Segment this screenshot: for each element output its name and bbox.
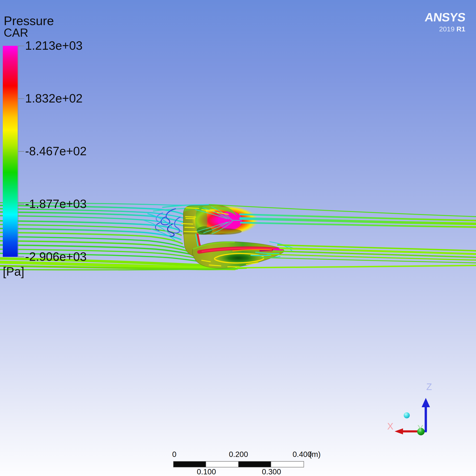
colorbar-tick [18,46,24,46]
colorbar-tick-label: 1.832e+02 [25,92,83,104]
z-axis-label: Z [426,382,432,391]
ruler-label-0400: 0.400 [293,450,312,458]
pressure-colorbar[interactable] [3,46,18,257]
axis-triad[interactable] [395,398,430,435]
ansys-logo-text: ANSYS [424,10,466,24]
x-axis-label: X [387,422,393,431]
colorbar-tick-label: -8.467e+02 [25,145,87,157]
ruler-label-0200: 0.200 [229,450,248,458]
cfd-scene [0,0,476,476]
ruler-unit-label: (m) [309,450,321,458]
legend-title: Pressure [4,14,54,27]
z-axis-arrowhead [422,398,430,407]
x-axis-arrowhead [395,428,403,434]
legend-unit-label: [Pa] [3,265,24,277]
scale-ruler-bar [173,461,304,467]
colorbar-tick-label: -1.877e+03 [25,198,87,210]
colorbar-tick [18,98,24,99]
colorbar-tick-label: -2.906e+03 [25,251,87,263]
free-sphere [404,412,410,418]
ruler-label-0100: 0.100 [197,468,216,476]
colorbar-tick [18,204,24,204]
legend-subtitle: CAR [4,27,28,39]
colorbar-tick [18,151,24,152]
ruler-label-0: 0 [172,450,176,458]
ansys-logo: ANSYS 2019R1 [425,10,465,33]
ansys-version-release: R1 [457,25,465,33]
ruler-label-0300: 0.300 [262,468,281,476]
render-viewport[interactable]: Pressure CAR 1.213e+03 1.832e+02 -8.467e… [0,0,476,476]
ansys-version-year: 2019 [439,25,455,33]
colorbar-tick-label: 1.213e+03 [25,39,83,51]
colorbar-tick [18,256,24,257]
ansys-version: 2019R1 [425,25,465,33]
y-axis-label: Y [417,424,423,433]
